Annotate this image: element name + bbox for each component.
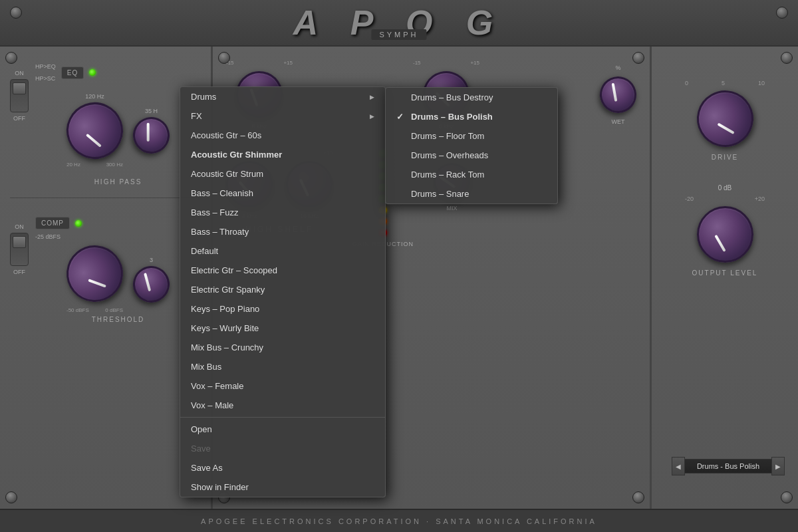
submenu-drums-snare[interactable]: Drums – Snare	[386, 184, 557, 203]
label-bass-cleanish: Bass – Cleanish	[191, 188, 253, 198]
menu-item-keys-pop-piano[interactable]: Keys – Pop Piano	[180, 299, 385, 319]
menu-action-show-in-finder[interactable]: Show in Finder	[180, 477, 385, 497]
main-menu: Drums Drums – Bus Destroy ✓ Drums – Bus …	[180, 86, 386, 497]
check-snare	[396, 189, 406, 199]
main-content: ON OFF HP>EQ HP>SC EQ	[0, 47, 798, 509]
check-bus-polish: ✓	[396, 112, 406, 122]
submenu-label-rack-tom: Drums – Rack Tom	[411, 170, 484, 180]
submenu-drums-bus-polish[interactable]: ✓ Drums – Bus Polish	[386, 107, 557, 126]
label-vox-female: Vox – Female	[191, 381, 244, 391]
drums-submenu: Drums – Bus Destroy ✓ Drums – Bus Polish…	[385, 87, 558, 204]
menu-action-save: Save	[180, 439, 385, 458]
label-show-in-finder: Show in Finder	[191, 482, 249, 492]
menu-item-acoustic-gtr-shimmer[interactable]: Acoustic Gtr Shimmer	[180, 145, 385, 164]
submenu-label-bus-polish: Drums – Bus Polish	[411, 112, 493, 122]
label-bass-fuzz: Bass – Fuzz	[191, 207, 239, 217]
screw-tr	[776, 7, 788, 19]
menu-item-bass-throaty[interactable]: Bass – Throaty	[180, 222, 385, 241]
label-default: Default	[191, 246, 218, 256]
menu-item-drums[interactable]: Drums Drums – Bus Destroy ✓ Drums – Bus …	[180, 87, 385, 106]
menu-item-electric-gtr-spanky[interactable]: Electric Gtr Spanky	[180, 280, 385, 299]
label-electric-gtr-spanky: Electric Gtr Spanky	[191, 285, 265, 295]
menu-action-save-as[interactable]: Save As	[180, 458, 385, 477]
label-keys-pop-piano: Keys – Pop Piano	[191, 304, 259, 314]
menu-item-acoustic-gtr-strum[interactable]: Acoustic Gtr Strum	[180, 164, 385, 184]
check-floor-tom	[396, 131, 406, 141]
menu-item-bass-cleanish[interactable]: Bass – Cleanish	[180, 184, 385, 203]
label-vox-male: Vox – Male	[191, 400, 233, 410]
menu-item-default[interactable]: Default	[180, 241, 385, 261]
submenu-drums-bus-destroy[interactable]: Drums – Bus Destroy	[386, 88, 557, 107]
screw-tl	[10, 7, 22, 19]
plugin-footer: APOGEE ELECTRONICS CORPORATION · SANTA M…	[0, 509, 798, 532]
menu-item-keys-wurly-bite[interactable]: Keys – Wurly Bite	[180, 319, 385, 338]
menu-item-fx[interactable]: FX	[180, 106, 385, 126]
label-save-as: Save As	[191, 463, 223, 473]
plugin-container: A P O G SYMPH ON OFF	[0, 0, 798, 532]
menu-item-acoustic-gtr-60s[interactable]: Acoustic Gtr – 60s	[180, 126, 385, 145]
menu-item-mix-bus[interactable]: Mix Bus	[180, 357, 385, 376]
label-acoustic-gtr-strum: Acoustic Gtr Strum	[191, 169, 263, 179]
subtitle: SYMPH	[371, 29, 426, 40]
menu-item-mix-bus-crunchy[interactable]: Mix Bus – Crunchy	[180, 338, 385, 357]
label-bass-throaty: Bass – Throaty	[191, 227, 249, 237]
plugin-header: A P O G SYMPH	[0, 0, 798, 47]
menu-divider-1	[180, 417, 385, 418]
submenu-label-snare: Drums – Snare	[411, 189, 469, 199]
check-rack-tom	[396, 170, 406, 180]
menu-item-vox-female[interactable]: Vox – Female	[180, 376, 385, 396]
footer-text: APOGEE ELECTRONICS CORPORATION · SANTA M…	[201, 517, 597, 525]
check-overheads	[396, 150, 406, 160]
menu-action-open[interactable]: Open	[180, 420, 385, 439]
label-open: Open	[191, 424, 212, 434]
menu-item-electric-gtr-scooped[interactable]: Electric Gtr – Scooped	[180, 261, 385, 280]
submenu-label-overheads: Drums – Overheads	[411, 150, 488, 160]
submenu-drums-floor-tom[interactable]: Drums – Floor Tom	[386, 126, 557, 146]
menu-item-bass-fuzz[interactable]: Bass – Fuzz	[180, 203, 385, 222]
menu-drums-label: Drums	[191, 92, 216, 102]
submenu-label-floor-tom: Drums – Floor Tom	[411, 131, 484, 141]
dropdown-overlay: Drums Drums – Bus Destroy ✓ Drums – Bus …	[0, 47, 798, 509]
label-acoustic-gtr-shimmer: Acoustic Gtr Shimmer	[191, 150, 282, 160]
label-mix-bus: Mix Bus	[191, 362, 221, 372]
submenu-drums-overheads[interactable]: Drums – Overheads	[386, 146, 557, 165]
label-mix-bus-crunchy: Mix Bus – Crunchy	[191, 342, 263, 352]
menu-item-vox-male[interactable]: Vox – Male	[180, 396, 385, 415]
submenu-label-bus-destroy: Drums – Bus Destroy	[411, 92, 493, 102]
submenu-drums-rack-tom[interactable]: Drums – Rack Tom	[386, 165, 557, 184]
menu-fx-label: FX	[191, 111, 202, 121]
label-electric-gtr-scooped: Electric Gtr – Scooped	[191, 265, 277, 275]
label-save: Save	[191, 444, 211, 454]
label-keys-wurly-bite: Keys – Wurly Bite	[191, 323, 259, 333]
check-bus-destroy	[396, 92, 406, 102]
label-acoustic-gtr-60s: Acoustic Gtr – 60s	[191, 130, 261, 140]
